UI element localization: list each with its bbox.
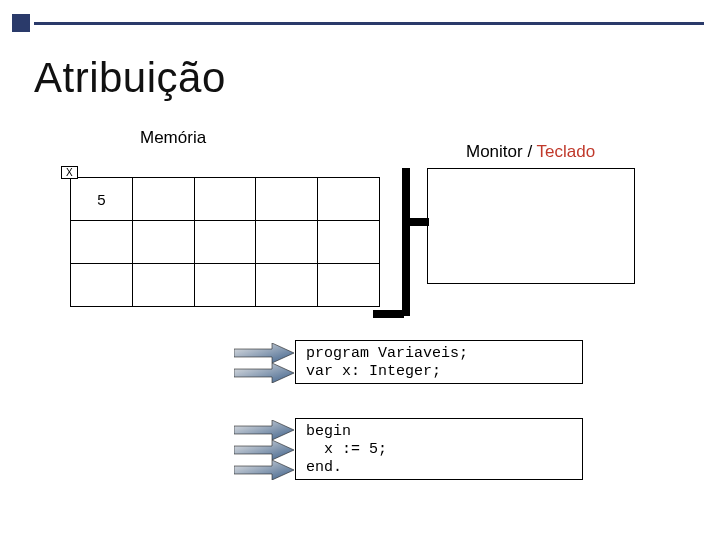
teclado-word: Teclado — [537, 142, 596, 161]
monitor-heading: Monitor / Teclado — [466, 142, 595, 162]
arrow-icon — [234, 460, 294, 480]
code-line: var x: Integer; — [306, 363, 441, 380]
memory-cell — [194, 178, 256, 221]
accent-line — [34, 22, 704, 25]
slide-title: Atribuição — [34, 54, 226, 102]
monitor-box — [427, 168, 635, 284]
memory-cell — [194, 264, 256, 307]
arrow-icon — [234, 343, 294, 363]
code-line: x := 5; — [306, 441, 387, 458]
arrow-icon — [234, 440, 294, 460]
memory-heading: Memória — [140, 128, 206, 148]
memory-cell — [132, 221, 194, 264]
memory-cell — [318, 221, 380, 264]
code-line: end. — [306, 459, 342, 476]
code-line: begin — [306, 423, 351, 440]
connector-to-memory — [373, 310, 404, 318]
memory-cell — [318, 264, 380, 307]
memory-grid: X 5 — [70, 177, 380, 307]
memory-cell — [194, 221, 256, 264]
memory-cell-value: 5 — [97, 191, 105, 208]
memory-cell-tag: X — [61, 166, 78, 179]
code-block-body: begin x := 5; end. — [295, 418, 583, 480]
memory-cell — [132, 264, 194, 307]
memory-cell — [132, 178, 194, 221]
memory-cell — [71, 221, 133, 264]
arrow-icon — [234, 420, 294, 440]
connector-to-monitor — [402, 218, 429, 226]
memory-cell — [256, 178, 318, 221]
memory-cell — [71, 264, 133, 307]
code-block-declaration: program Variaveis; var x: Integer; — [295, 340, 583, 384]
arrow-icon — [234, 363, 294, 383]
memory-cell — [318, 178, 380, 221]
memory-cell — [256, 221, 318, 264]
memory-cell — [256, 264, 318, 307]
accent-square — [12, 14, 30, 32]
memory-cell-x: X 5 — [71, 178, 133, 221]
code-line: program Variaveis; — [306, 345, 468, 362]
monitor-word: Monitor / — [466, 142, 537, 161]
connector-vertical — [402, 168, 410, 316]
